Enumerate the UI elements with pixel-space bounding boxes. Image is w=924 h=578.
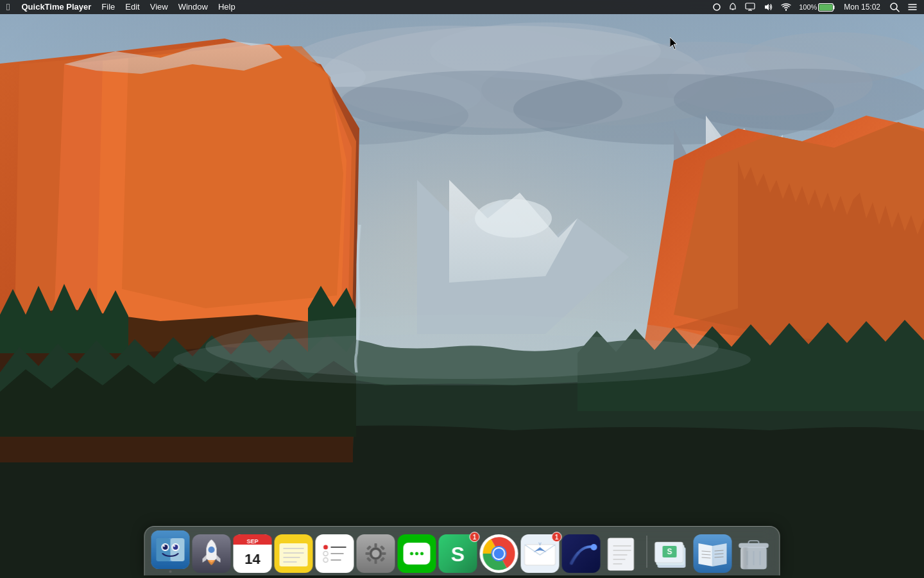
trash-icon xyxy=(735,534,773,573)
system-preferences-icon xyxy=(357,534,395,573)
apple-menu[interactable]:  xyxy=(0,0,16,14)
line-icon xyxy=(398,534,436,573)
svg-point-23 xyxy=(714,4,720,10)
dock-container: SEP 14 xyxy=(144,526,780,578)
stacks-icon: S xyxy=(653,534,691,573)
dock-item-mercury[interactable] xyxy=(562,534,601,573)
clipboard-icon xyxy=(603,534,642,573)
reminders-icon xyxy=(316,534,354,573)
notes-icon xyxy=(275,534,313,573)
dock-separator xyxy=(647,536,647,568)
airmail-icon: 1 xyxy=(521,534,560,573)
mercury-icon xyxy=(562,534,601,573)
svg-rect-25 xyxy=(746,3,755,9)
svg-text:SEP: SEP xyxy=(246,538,258,545)
dock-item-ibooks[interactable] xyxy=(694,534,732,573)
notification-icon[interactable] xyxy=(726,0,740,14)
wifi-icon[interactable] xyxy=(778,0,794,14)
skype-icon: S 1 xyxy=(439,534,477,573)
svg-point-81 xyxy=(410,552,413,556)
volume-icon[interactable] xyxy=(760,0,776,14)
dock-item-launchpad[interactable] xyxy=(193,534,231,573)
dock: SEP 14 xyxy=(144,526,780,575)
svg-point-82 xyxy=(415,552,418,556)
menu-edit[interactable]: Edit xyxy=(120,0,144,14)
menubar:  QuickTime Player File Edit View Window… xyxy=(0,0,924,14)
svg-rect-72 xyxy=(375,559,377,564)
menubar-left:  QuickTime Player File Edit View Window… xyxy=(0,0,710,14)
dock-item-airmail[interactable]: 1 xyxy=(521,534,560,573)
svg-marker-28 xyxy=(765,4,769,10)
dock-item-reminders[interactable] xyxy=(316,534,354,573)
svg-rect-74 xyxy=(382,552,386,555)
svg-point-20 xyxy=(475,199,552,238)
svg-line-33 xyxy=(896,9,899,12)
svg-rect-24 xyxy=(732,9,734,10)
finder-dot xyxy=(169,570,172,573)
dock-item-skype[interactable]: S 1 xyxy=(439,534,477,573)
dock-item-trash[interactable] xyxy=(735,534,773,573)
svg-point-83 xyxy=(420,552,424,556)
menubar-right: 100% Mon 15:02 xyxy=(710,0,924,14)
svg-point-62 xyxy=(323,545,328,550)
dock-item-calendar[interactable]: SEP 14 xyxy=(234,534,272,573)
battery-indicator[interactable]: 100% xyxy=(796,0,837,14)
svg-text:S: S xyxy=(667,547,672,556)
dock-item-clipboard[interactable] xyxy=(603,534,642,573)
app-name[interactable]: QuickTime Player xyxy=(16,0,96,14)
svg-rect-115 xyxy=(739,543,769,548)
battery-percent: 100% xyxy=(799,3,817,11)
launchpad-icon xyxy=(193,534,231,573)
svg-point-22 xyxy=(173,334,751,385)
menu-help[interactable]: Help xyxy=(213,0,241,14)
svg-point-89 xyxy=(494,548,504,559)
notification-center-icon[interactable] xyxy=(905,0,920,14)
svg-text:14: 14 xyxy=(244,551,261,567)
svg-point-93 xyxy=(591,544,597,550)
svg-rect-56 xyxy=(280,543,308,566)
dock-item-system-preferences[interactable] xyxy=(357,534,395,573)
svg-rect-73 xyxy=(366,552,370,555)
svg-point-49 xyxy=(209,547,215,553)
menu-view[interactable]: View xyxy=(145,0,173,14)
chrome-icon xyxy=(480,534,518,573)
skype-badge: 1 xyxy=(470,532,480,542)
calendar-icon: SEP 14 xyxy=(234,534,272,573)
ibooks-icon xyxy=(694,534,732,573)
svg-rect-31 xyxy=(819,4,833,10)
finder-icon xyxy=(151,530,190,569)
dock-item-notes[interactable] xyxy=(275,534,313,573)
svg-point-70 xyxy=(372,550,380,557)
svg-rect-71 xyxy=(375,543,377,548)
datetime[interactable]: Mon 15:02 xyxy=(840,0,884,14)
svg-rect-120 xyxy=(741,547,767,569)
record-indicator[interactable] xyxy=(710,0,723,14)
dock-item-chrome[interactable] xyxy=(480,534,518,573)
menu-window[interactable]: Window xyxy=(173,0,213,14)
svg-point-46 xyxy=(163,545,165,547)
spotlight-icon[interactable] xyxy=(887,0,902,14)
dock-item-finder[interactable] xyxy=(151,530,190,573)
menu-file[interactable]: File xyxy=(96,0,120,14)
svg-rect-95 xyxy=(608,538,634,570)
svg-text:S: S xyxy=(451,543,465,566)
svg-rect-30 xyxy=(834,5,835,9)
dock-item-stacks[interactable]: S xyxy=(653,534,691,573)
svg-point-47 xyxy=(173,545,175,547)
svg-rect-92 xyxy=(562,534,601,573)
dock-item-line[interactable] xyxy=(398,534,436,573)
display-icon[interactable] xyxy=(742,0,758,14)
airmail-badge: 1 xyxy=(552,532,562,542)
